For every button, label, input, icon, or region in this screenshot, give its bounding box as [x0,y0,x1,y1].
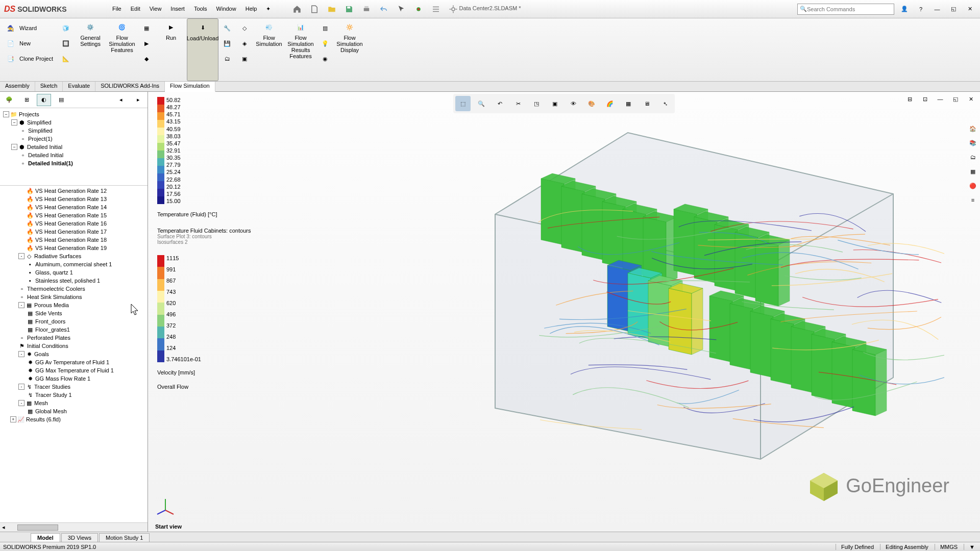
tree-item[interactable]: ↯Tracer Study 1 [1,391,146,399]
misc-icon-8[interactable]: 💾 [220,37,234,50]
hide-show-icon[interactable]: 👁 [566,96,581,111]
rebuild-icon[interactable] [411,3,426,15]
new-project-icon[interactable]: 📄 [4,37,17,50]
open-icon[interactable] [325,3,339,15]
misc-icon-4[interactable]: ▦ [140,21,153,35]
misc-icon-11[interactable]: ◈ [238,37,251,50]
tree-projects-root[interactable]: − 📁 Projects [2,110,145,118]
tab-motion-study[interactable]: Motion Study 1 [99,533,150,542]
projects-tree[interactable]: − 📁 Projects − ⬢ Simplified ▫ Simplified… [0,108,148,186]
select-icon[interactable] [394,3,408,15]
tree-toggle-icon[interactable]: - [18,384,24,390]
tree-item[interactable]: -↯Tracer Studies [1,383,146,391]
panel-tab-property-icon[interactable]: ⊞ [19,94,34,106]
menu-edit[interactable]: Edit [127,4,144,14]
misc-icon-5[interactable]: ▶ [140,37,153,50]
prev-view-icon[interactable]: ↶ [492,96,507,111]
flow-results-features-button[interactable]: 📊 Flow Simulation Results Features [285,18,316,81]
tree-item[interactable]: 🔥VS Heat Generation Rate 19 [1,244,146,252]
save-icon[interactable] [342,3,356,15]
misc-icon-9[interactable]: 🗂 [220,52,234,65]
tree-item[interactable]: − ⬢ Simplified [2,118,145,127]
new-label[interactable]: New [19,40,31,46]
tab-addins[interactable]: SOLIDWORKS Add-Ins [95,82,165,91]
misc-icon-3[interactable]: 📐 [59,52,72,65]
tab-3d-views[interactable]: 3D Views [61,533,98,542]
status-dropdown-icon[interactable]: ▼ [964,544,980,550]
graphics-viewport[interactable]: ⬚ 🔍 ↶ ✂ ◳ ▣ 👁 🎨 🌈 ▦ 🖥 ➴ ⊟ ⊡ — ◱ ✕ 🏠 📚 🗂 … [148,92,980,532]
tree-item[interactable]: -▩Mesh [1,399,146,407]
tree-item[interactable]: ▫Heat Sink Simulations [1,293,146,301]
flow-simulation-button[interactable]: 💨 Flow Simulation [253,18,285,81]
tree-item[interactable]: ▫ Detailed Initial [2,151,145,159]
menu-help[interactable]: Help [241,4,261,14]
tab-model[interactable]: Model [31,533,60,542]
tree-item[interactable]: ▦Side Vents [1,309,146,317]
tree-item[interactable]: 🔥VS Heat Generation Rate 12 [1,187,146,195]
inpage-min-icon[interactable]: — [934,94,946,104]
minimize-icon[interactable]: — [931,4,943,14]
print-icon[interactable] [359,3,374,15]
cfd-model-view[interactable] [342,112,944,490]
clone-label[interactable]: Clone Project [19,56,53,62]
tree-item[interactable]: ▫ Detailed Initial(1) [2,159,145,167]
misc-icon-14[interactable]: 💡 [318,37,332,50]
run-button[interactable]: ▶ Run [155,18,187,81]
edit-appearance-icon[interactable]: 🎨 [584,96,599,111]
tab-flow-simulation[interactable]: Flow Simulation [165,82,215,92]
misc-icon-2[interactable]: 🔲 [59,37,72,50]
tree-item[interactable]: ▪Aluminum, commercial sheet 1 [1,260,146,268]
section-view-icon[interactable]: ✂ [510,96,526,111]
tree-item[interactable]: ▦Front_doors [1,317,146,325]
render-icon[interactable]: 🖥 [639,96,654,111]
user-icon[interactable]: 👤 [898,4,911,14]
misc-icon-7[interactable]: 🔧 [220,21,234,35]
tree-item[interactable]: 🔥VS Heat Generation Rate 18 [1,236,146,244]
rail-library-icon[interactable]: 📚 [967,137,979,149]
menu-file[interactable]: File [108,4,126,14]
tree-item[interactable]: ▪Stainless steel, polished 1 [1,277,146,285]
tab-sketch[interactable]: Sketch [35,82,63,91]
new-doc-icon[interactable] [307,3,322,15]
wizard-label[interactable]: Wizard [19,25,37,31]
tab-assembly[interactable]: Assembly [0,82,35,91]
zoom-area-icon[interactable]: 🔍 [474,96,489,111]
tree-item[interactable]: -✸Goals [1,350,146,358]
tree-item[interactable]: 🔥VS Heat Generation Rate 17 [1,228,146,236]
tab-evaluate[interactable]: Evaluate [63,82,95,91]
inpage-collapse-icon[interactable]: ⊟ [903,94,916,104]
collapse-icon[interactable]: − [3,111,9,117]
tree-item[interactable]: +📈Results (6.fld) [1,415,146,423]
menu-tools[interactable]: Tools [190,4,211,14]
tree-item[interactable]: ▫ Project(1) [2,135,145,143]
tree-item[interactable]: ▩Global Mesh [1,407,146,415]
menu-insert[interactable]: Insert [166,4,189,14]
tree-item[interactable]: 🔥VS Heat Generation Rate 16 [1,219,146,228]
tree-item[interactable]: ▪Glass, quartz 1 [1,268,146,277]
tree-item[interactable]: − ⬢ Detailed Initial [2,143,145,151]
orientation-triad[interactable] [155,496,176,516]
status-units[interactable]: MMGS [935,544,963,550]
view-orientation-icon[interactable]: ◳ [529,96,544,111]
search-commands[interactable]: 🔍 [797,4,894,15]
flow-display-button[interactable]: 🔆 Flow Simulation Display [334,18,365,81]
tree-toggle-icon[interactable]: - [18,351,24,357]
inpage-expand-icon[interactable]: ⊡ [919,94,931,104]
tree-item[interactable]: 🔥VS Heat Generation Rate 15 [1,211,146,219]
search-input[interactable] [807,6,892,12]
tree-item[interactable]: 🔥VS Heat Generation Rate 13 [1,195,146,203]
misc-icon-15[interactable]: ◉ [318,52,332,65]
menu-star-icon[interactable]: ✦ [262,4,275,14]
clone-project-icon[interactable]: 📑 [4,52,17,65]
view-settings-icon[interactable]: ▦ [621,96,636,111]
rail-explorer-icon[interactable]: 🗂 [967,151,979,163]
triad-icon[interactable]: ➴ [657,96,673,111]
tree-item[interactable]: ⚑Initial Conditions [1,342,146,350]
tree-item[interactable]: ▫ Simplified [2,127,145,135]
tree-item[interactable]: ✸GG Max Temperature of Fluid 1 [1,366,146,374]
restore-icon[interactable]: ◱ [947,4,960,14]
tree-item[interactable]: ▦Floor_grates1 [1,325,146,334]
panel-tab-config-icon[interactable]: ◐ [37,94,51,106]
panel-nav-next-icon[interactable]: ▸ [131,94,145,106]
misc-icon-12[interactable]: ▣ [238,52,251,65]
